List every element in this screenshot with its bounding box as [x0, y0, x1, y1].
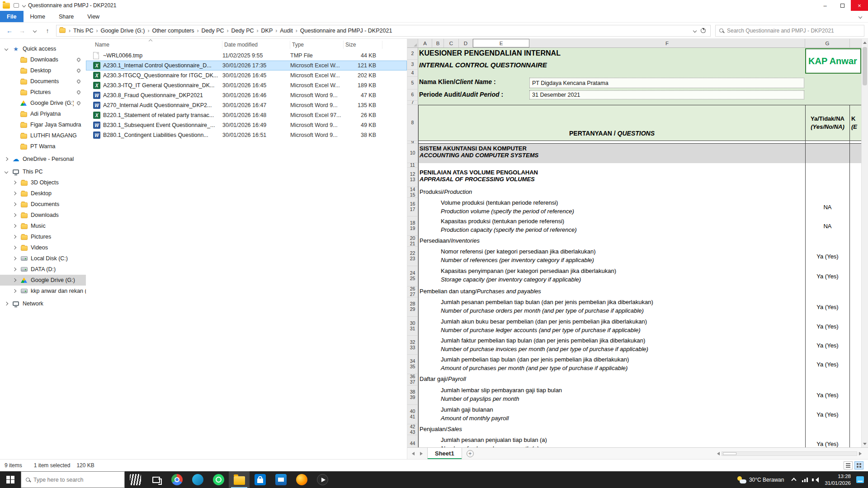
minimize-button[interactable]: –: [816, 0, 834, 11]
maximize-button[interactable]: [834, 0, 851, 11]
breadcrumb[interactable]: Other computers: [150, 28, 196, 34]
show-hidden-icons-button[interactable]: [788, 477, 799, 482]
network-tray-icon[interactable]: [799, 478, 810, 482]
taskbar-app-edge[interactable]: [187, 471, 208, 488]
weather-button[interactable]: 30°C Berawan: [733, 476, 789, 483]
action-center-button[interactable]: [854, 476, 865, 483]
sidebar-item-pc-documents[interactable]: Documents: [0, 199, 86, 210]
word-file-icon: [93, 131, 100, 139]
breadcrumb[interactable]: Google Drive (G:): [98, 28, 147, 34]
sidebar-item-google-drive-g[interactable]: Google Drive (G:): [0, 275, 86, 286]
sidebar-item-pictures[interactable]: Pictures: [0, 87, 86, 98]
taskbar-app-media[interactable]: [312, 471, 333, 488]
details-view-button[interactable]: [844, 461, 853, 469]
sheet-nav-left-icon[interactable]: [407, 448, 417, 459]
address-box[interactable]: › This PC› Google Drive (G:)› Other comp…: [56, 25, 711, 37]
tab-share[interactable]: Share: [52, 11, 80, 22]
scrollbar-thumb[interactable]: [863, 47, 867, 85]
taskbar-app-whatsapp[interactable]: [208, 471, 229, 488]
search-input[interactable]: [727, 28, 860, 34]
sidebar-item-3d-objects[interactable]: 3D Objects: [0, 177, 86, 188]
recent-locations-chevron[interactable]: [29, 25, 41, 37]
scroll-up-arrow-icon[interactable]: [862, 39, 868, 46]
sheet-row-category: 1415Produksi/Production: [407, 187, 861, 198]
sidebar-item-figar-jaya-samudra[interactable]: Figar Jaya Samudra: [0, 119, 86, 130]
refresh-icon[interactable]: [701, 28, 706, 33]
forward-button[interactable]: →: [16, 25, 28, 37]
sidebar-item-google-drive-pinned[interactable]: Google Drive (G:): [0, 98, 86, 108]
breadcrumb[interactable]: Questionnaire and PMPJ - DKP2021: [298, 28, 395, 34]
sheet-tab-sheet1[interactable]: Sheet1: [427, 448, 462, 459]
breadcrumb[interactable]: DKP: [259, 28, 275, 34]
quick-access-toolbar-icon[interactable]: [14, 3, 19, 8]
file-row[interactable]: B230.1_Subsequent Event Questionnaire_..…: [86, 120, 407, 130]
sidebar-item-pc-desktop[interactable]: Desktop: [0, 188, 86, 199]
taskbar-app-chrome[interactable]: [166, 471, 187, 488]
sidebar-group-onedrive[interactable]: ☁OneDrive - Personal: [0, 154, 86, 164]
column-header-date-modified[interactable]: Date modified: [222, 41, 290, 49]
close-button[interactable]: ×: [851, 0, 868, 11]
sidebar-item-desktop[interactable]: Desktop: [0, 65, 86, 76]
sidebar-item-luthfi-magang[interactable]: LUTHFI MAGANG: [0, 130, 86, 141]
taskbar-search[interactable]: [21, 471, 125, 488]
file-row-selected[interactable]: A230.1_Internal Control Questionnaire_D.…: [86, 61, 407, 70]
sidebar-item-pt-warna[interactable]: PT Warna: [0, 141, 86, 152]
pin-icon: [76, 89, 81, 94]
sidebar-item-data-d[interactable]: DATA (D:): [0, 264, 86, 275]
file-row[interactable]: B280.1_Contingent Liabilities Questionn.…: [86, 130, 407, 140]
preview-vertical-scrollbar[interactable]: [861, 39, 868, 447]
column-header-type[interactable]: Type: [290, 41, 344, 49]
qat-chevron-down-icon[interactable]: [22, 4, 26, 7]
new-sheet-button[interactable]: [467, 450, 474, 457]
file-row[interactable]: A230.3-ITQ_IT General Questionnaire_DK..…: [86, 80, 407, 90]
sidebar-item-adi-priyatna[interactable]: Adi Priyatna: [0, 108, 86, 119]
sidebar-item-network-share[interactable]: kkp anwar dan rekan (\\1: [0, 286, 86, 296]
column-header-size[interactable]: Size: [344, 41, 382, 49]
scroll-down-arrow-icon[interactable]: [862, 440, 868, 447]
file-row[interactable]: B220.1_Statement of related party transa…: [86, 110, 407, 120]
address-dropdown-chevron-icon[interactable]: [693, 28, 697, 32]
sidebar-item-downloads[interactable]: Downloads: [0, 54, 86, 65]
taskbar-search-input[interactable]: [33, 477, 120, 483]
column-header-name[interactable]: Name: [93, 41, 222, 49]
file-row[interactable]: A230.3-ITGCQ_Questionnaire for ITGC_DK..…: [86, 70, 407, 80]
volume-tray-icon[interactable]: [810, 477, 821, 483]
start-button[interactable]: [0, 471, 21, 488]
sidebar-item-documents[interactable]: Documents: [0, 76, 86, 87]
preview-horizontal-scrollbar[interactable]: [715, 448, 868, 459]
sidebar-item-pc-downloads[interactable]: Downloads: [0, 210, 86, 221]
sidebar-group-network[interactable]: Network: [0, 298, 86, 309]
sidebar-group-this-pc[interactable]: This PC: [0, 166, 86, 177]
back-button[interactable]: ←: [4, 25, 15, 37]
sidebar-item-videos[interactable]: Videos: [0, 242, 86, 253]
expand-ribbon-chevron-icon[interactable]: [859, 14, 862, 18]
sidebar-item-pc-pictures[interactable]: Pictures: [0, 231, 86, 242]
breadcrumb[interactable]: Dedy PC: [229, 28, 256, 34]
taskbar-app-firefox[interactable]: [291, 471, 312, 488]
breadcrumb[interactable]: This PC: [71, 28, 95, 34]
file-row[interactable]: A270_Internal Audit Questionnaire_DKP2..…: [86, 100, 407, 110]
breadcrumb[interactable]: Dedy PC: [199, 28, 226, 34]
search-box[interactable]: [715, 25, 864, 37]
taskbar-app-zebra[interactable]: [125, 471, 146, 488]
sheet-nav-right-icon[interactable]: [417, 448, 427, 459]
task-view-button[interactable]: [146, 471, 166, 488]
sidebar-item-music[interactable]: Music: [0, 221, 86, 231]
large-icons-view-button[interactable]: [854, 461, 863, 469]
tab-home[interactable]: Home: [24, 11, 52, 22]
taskbar-app-mail[interactable]: [270, 471, 291, 488]
scroll-right-arrow-icon[interactable]: [859, 452, 863, 455]
tab-file[interactable]: File: [0, 11, 24, 22]
taskbar-app-store[interactable]: [250, 471, 270, 488]
sidebar-group-quick-access[interactable]: ★Quick access: [0, 43, 86, 54]
sidebar-item-local-disk-c[interactable]: Local Disk (C:): [0, 253, 86, 264]
scroll-left-arrow-icon[interactable]: [715, 452, 720, 455]
file-row[interactable]: A230.8_Fraud Questionnaire_DKP202130/01/…: [86, 90, 407, 100]
tab-view[interactable]: View: [80, 11, 106, 22]
file-row[interactable]: ~WRL0066.tmp11/02/2025 9:55TMP File44 KB: [86, 51, 407, 61]
taskbar-app-file-explorer[interactable]: [229, 471, 250, 488]
up-button[interactable]: ↑: [42, 25, 53, 37]
scrollbar-thumb[interactable]: [723, 452, 736, 455]
breadcrumb[interactable]: Audit: [278, 28, 295, 34]
taskbar-clock[interactable]: 13:28 31/01/2026: [821, 473, 854, 487]
